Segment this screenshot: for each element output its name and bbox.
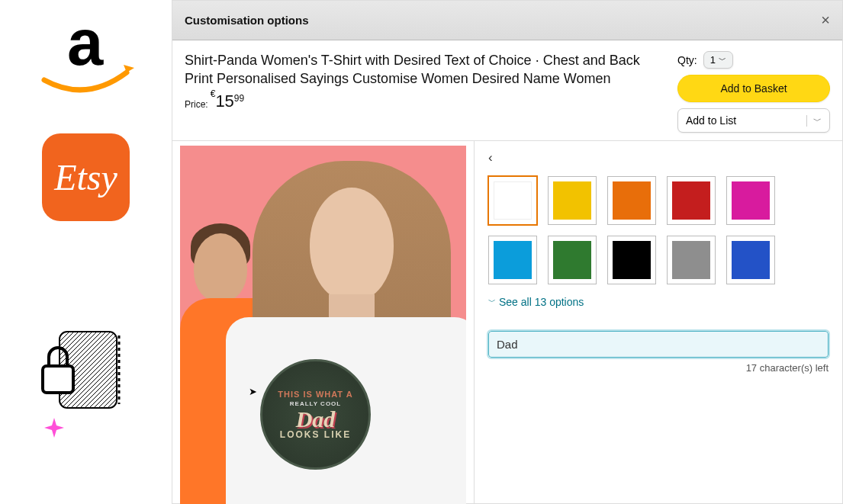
shirt-print-graphic: THIS IS WHAT A REALLY COOL Dad LOOKS LIK…	[260, 359, 371, 470]
color-swatch[interactable]	[667, 176, 716, 225]
see-all-options-link[interactable]: ﹀ See all 13 options	[488, 296, 584, 308]
color-swatch[interactable]	[607, 236, 656, 284]
customisation-modal: Customisation options × Shirt-Panda Wome…	[172, 0, 843, 504]
product-title: Shirt-Panda Women's T-Shirt with Desired…	[185, 51, 662, 88]
document-lock-icon	[37, 328, 128, 427]
chevron-down-icon: ﹀	[719, 55, 726, 66]
qty-label: Qty:	[677, 54, 697, 66]
color-swatch[interactable]	[548, 176, 597, 225]
modal-header: Customisation options ×	[172, 1, 842, 40]
quantity-row: Qty: 1 ﹀	[677, 51, 830, 69]
add-to-list-button[interactable]: Add to List ﹀	[677, 108, 830, 133]
sidebar: a Etsy	[0, 0, 172, 504]
quantity-select[interactable]: 1 ﹀	[703, 51, 733, 69]
characters-left-label: 17 character(s) left	[488, 362, 829, 374]
color-swatch[interactable]	[488, 236, 537, 284]
svg-rect-2	[43, 366, 73, 393]
modal-title: Customisation options	[185, 14, 309, 27]
product-header: Shirt-Panda Women's T-Shirt with Desired…	[172, 40, 842, 141]
color-swatch[interactable]	[607, 176, 656, 225]
svg-text:a: a	[67, 15, 104, 79]
chevron-down-icon: ﹀	[806, 115, 822, 127]
color-swatch[interactable]	[667, 236, 716, 284]
amazon-logo: a	[37, 15, 136, 99]
buy-box: Qty: 1 ﹀ Add to Basket Add to List ﹀	[677, 51, 830, 133]
color-swatches	[488, 176, 829, 284]
price: Price: €1599	[185, 93, 662, 110]
color-swatch[interactable]	[488, 176, 537, 225]
chevron-down-icon: ﹀	[488, 297, 496, 307]
cursor-icon: ➤	[249, 386, 257, 397]
close-button[interactable]: ×	[821, 11, 830, 29]
color-swatch[interactable]	[726, 176, 775, 225]
product-body: THIS IS WHAT A REALLY COOL Dad LOOKS LIK…	[172, 141, 842, 504]
sparkle-icon	[44, 418, 64, 438]
add-to-basket-button[interactable]: Add to Basket	[677, 75, 830, 102]
etsy-logo: Etsy	[42, 133, 130, 221]
color-swatch[interactable]	[726, 236, 775, 284]
back-button[interactable]: ‹	[488, 150, 829, 165]
customise-panel: ‹ ﹀ See all 13 options 17 character(s) l…	[474, 141, 842, 504]
product-image: THIS IS WHAT A REALLY COOL Dad LOOKS LIK…	[172, 141, 474, 504]
custom-text-input[interactable]	[488, 331, 829, 358]
product-info: Shirt-Panda Women's T-Shirt with Desired…	[185, 51, 677, 133]
color-swatch[interactable]	[548, 236, 597, 284]
